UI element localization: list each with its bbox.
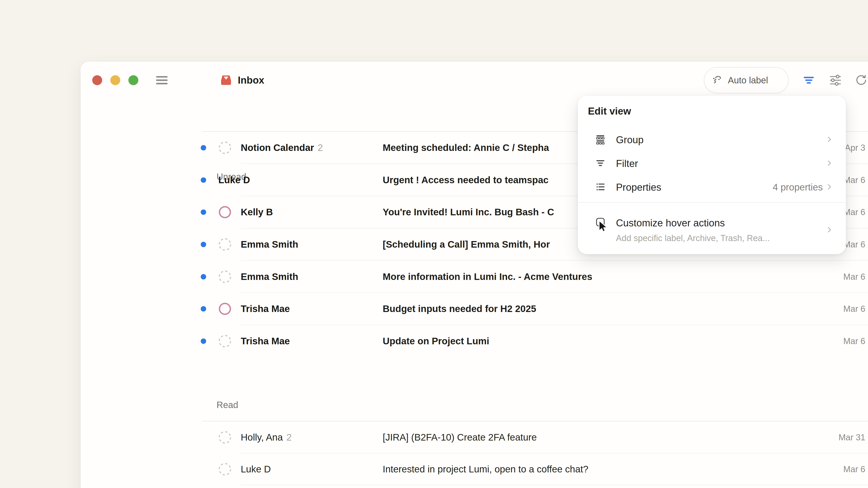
date: Mar 6	[843, 175, 865, 185]
sender-name: Luke D	[241, 464, 271, 475]
subject: Urgent ! Access needed to teamspac	[383, 175, 549, 186]
subject: Budget inputs needed for H2 2025	[383, 303, 536, 314]
subject: Meeting scheduled: Annie C / Stepha	[383, 142, 549, 153]
avatar	[218, 205, 231, 219]
menu-item-label: Group	[616, 134, 644, 145]
unread-dot	[201, 177, 206, 183]
subject: [JIRA] (B2FA-10) Create 2FA feature	[383, 432, 537, 443]
menu-item-filter[interactable]: Filter	[578, 152, 846, 175]
menu-item-properties[interactable]: Properties 4 properties	[578, 175, 846, 199]
subject: You're Invited! Lumi Inc. Bug Bash - C	[383, 207, 554, 218]
chevron-right-icon	[825, 226, 833, 235]
unread-dot	[201, 242, 206, 247]
mail-app-window: Inbox Auto label	[81, 61, 868, 488]
unread-dot	[201, 145, 206, 151]
subject: [Scheduling a Call] Emma Smith, Hor	[383, 239, 550, 250]
subject: Update on Project Lumi	[383, 336, 489, 347]
sender-name: Trisha Mae	[241, 336, 290, 347]
sender-name: Emma Smith	[241, 239, 298, 250]
sender-name: Holly, Ana	[241, 432, 283, 443]
avatar	[218, 270, 231, 283]
unread-dot	[201, 306, 206, 312]
avatar	[218, 431, 231, 444]
date: Mar 6	[843, 336, 865, 346]
avatar	[218, 463, 231, 476]
date: Mar 6	[843, 207, 865, 217]
email-row[interactable]: Trisha Mae Budget inputs needed for H2 2…	[81, 293, 868, 325]
chevron-right-icon	[825, 183, 833, 192]
sender-name: Trisha Mae	[241, 303, 290, 314]
date: Mar 6	[843, 240, 865, 250]
email-row[interactable]: Luke D Interested in project Lumi, open …	[81, 453, 868, 486]
subject: More information in Lumi Inc. - Acme Ven…	[383, 271, 592, 282]
subject: Interested in project Lumi, open to a co…	[383, 464, 588, 475]
sender-name: Kelly B	[241, 207, 273, 218]
menu-item-label: Filter	[616, 158, 638, 169]
avatar	[218, 302, 231, 315]
edit-view-title: Edit view	[588, 105, 631, 117]
sender-name: Luke D	[218, 175, 250, 186]
edit-view-panel: Edit view Group	[578, 96, 846, 254]
section-header-read: Read	[217, 400, 238, 410]
group-icon	[595, 134, 606, 145]
sender-name: Emma Smith	[241, 271, 298, 282]
unread-dot	[201, 209, 206, 215]
date: Mar 6	[843, 304, 865, 314]
menu-item-group[interactable]: Group	[578, 128, 846, 152]
filter-icon	[595, 158, 606, 169]
email-row[interactable]: Trisha Mae Update on Project Lumi Mar 6	[81, 325, 868, 357]
properties-icon	[595, 182, 606, 193]
email-row[interactable]: Holly, Ana 2 [JIRA] (B2FA-10) Create 2FA…	[81, 421, 868, 453]
panel-divider	[578, 202, 846, 203]
avatar	[218, 141, 231, 154]
chevron-right-icon	[825, 135, 833, 144]
chevron-right-icon	[825, 159, 833, 168]
properties-count: 4 properties	[773, 182, 823, 193]
date: Apr 3	[845, 143, 865, 153]
menu-item-label: Properties	[616, 182, 661, 193]
date: Mar 6	[843, 272, 865, 282]
menu-item-description: Add specific label, Archive, Trash, Rea.…	[616, 233, 770, 243]
sender-name: Notion Calendar	[241, 142, 314, 153]
read-rows: Holly, Ana 2 [JIRA] (B2FA-10) Create 2FA…	[81, 421, 868, 485]
menu-item-customize-hover-actions[interactable]: Customize hover actions Add specific lab…	[578, 210, 846, 249]
avatar	[218, 238, 231, 251]
date: Mar 6	[843, 464, 865, 474]
mouse-cursor	[598, 220, 609, 235]
avatar	[218, 335, 231, 348]
unread-dot	[201, 338, 206, 344]
date: Mar 31	[839, 432, 865, 442]
thread-count: 2	[318, 142, 323, 153]
email-row[interactable]: Emma Smith More information in Lumi Inc.…	[81, 260, 868, 293]
unread-dot	[201, 274, 206, 280]
thread-count: 2	[286, 432, 291, 443]
menu-item-label: Customize hover actions	[616, 217, 725, 229]
